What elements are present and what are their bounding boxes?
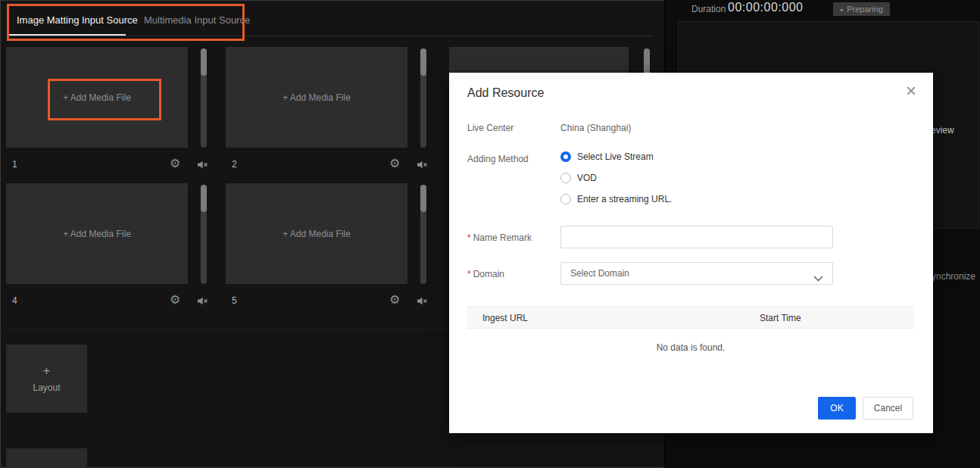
- domain-label-text: Domain: [473, 269, 504, 279]
- radio-selected-icon[interactable]: [560, 151, 571, 162]
- layout-label: Layout: [33, 382, 60, 393]
- volume-slider-thumb[interactable]: [201, 185, 207, 212]
- slot-toolbar: 1 ⚙: [6, 154, 212, 176]
- plus-icon: +: [43, 364, 50, 378]
- name-remark-label-text: Name Remark: [473, 232, 532, 243]
- gear-icon[interactable]: ⚙: [389, 156, 400, 170]
- tab-multimedia-input-source[interactable]: Multimedia Input Source: [135, 5, 259, 36]
- live-center-label: Live Center: [467, 123, 513, 133]
- gear-icon[interactable]: ⚙: [170, 156, 180, 170]
- volume-slider[interactable]: [418, 48, 429, 148]
- name-remark-label: *Name Remark: [467, 232, 532, 243]
- volume-slider[interactable]: [198, 48, 209, 148]
- radio-streaming-url[interactable]: Enter a streaming URL.: [560, 194, 672, 204]
- radio-label: Enter a streaming URL.: [577, 194, 672, 204]
- volume-slider-thumb[interactable]: [644, 48, 650, 76]
- domain-select[interactable]: Select Domain: [560, 262, 833, 285]
- slot-toolbar: 2 ⚙: [226, 154, 432, 176]
- required-asterisk: *: [467, 232, 471, 243]
- add-media-file-label: + Add Media File: [63, 229, 131, 239]
- volume-slider[interactable]: [418, 185, 429, 284]
- console-screen: Image Matting Input Source Multimedia In…: [0, 0, 980, 468]
- slot-toolbar: 4 ⚙: [6, 290, 212, 313]
- name-remark-input[interactable]: [560, 226, 833, 248]
- live-center-value: China (Shanghai): [560, 123, 631, 133]
- layout-thumbnail-partial[interactable]: [6, 448, 87, 468]
- status-text: Preparing: [847, 5, 883, 14]
- add-media-file-label: + Add Media File: [63, 92, 131, 103]
- slot-number: 4: [12, 295, 17, 306]
- volume-slider-thumb[interactable]: [201, 48, 207, 76]
- add-media-file-button[interactable]: + Add Media File: [6, 183, 188, 284]
- radio-label: VOD: [577, 173, 597, 183]
- adding-method-label: Adding Method: [467, 154, 529, 164]
- table-empty-message: No data is found.: [467, 342, 914, 353]
- slot-number: 2: [232, 159, 237, 170]
- radio-vod[interactable]: VOD: [560, 173, 597, 183]
- tab-image-matting-input-source[interactable]: Image Matting Input Source: [8, 5, 147, 36]
- domain-label: *Domain: [467, 269, 504, 279]
- column-start-time: Start Time: [760, 313, 801, 323]
- close-icon[interactable]: ×: [906, 82, 916, 100]
- domain-select-placeholder: Select Domain: [570, 268, 629, 279]
- volume-slider-thumb[interactable]: [420, 48, 426, 76]
- duration-value: 00:00:00:000: [728, 1, 803, 14]
- column-ingest-url: Ingest URL: [482, 313, 528, 323]
- chevron-down-icon: [813, 271, 823, 285]
- add-media-file-label: + Add Media File: [282, 229, 351, 239]
- tab-label: Multimedia Input Source: [144, 14, 250, 26]
- slot-number: 1: [12, 159, 17, 170]
- media-slot-2: + Add Media File 2 ⚙: [226, 47, 432, 183]
- volume-slider[interactable]: [198, 185, 209, 284]
- add-media-file-button[interactable]: + Add Media File: [226, 183, 407, 284]
- add-media-file-button[interactable]: + Add Media File: [226, 47, 407, 148]
- stream-table-header: Ingest URL Start Time: [467, 306, 914, 329]
- media-slot-1: + Add Media File 1 ⚙: [6, 47, 212, 183]
- duration-label: Duration: [691, 4, 726, 14]
- media-slot-5: + Add Media File 5 ⚙: [226, 183, 432, 320]
- radio-unselected-icon[interactable]: [560, 194, 571, 204]
- required-asterisk: *: [467, 269, 471, 279]
- mute-icon[interactable]: [417, 295, 428, 309]
- add-layout-button[interactable]: + Layout: [6, 345, 87, 413]
- mute-icon[interactable]: [197, 295, 208, 309]
- status-dot-icon: ●: [840, 7, 843, 12]
- add-media-file-label: + Add Media File: [282, 92, 351, 103]
- radio-select-live-stream[interactable]: Select Live Stream: [560, 151, 654, 162]
- add-resource-dialog: Add Resource × Live Center China (Shangh…: [449, 73, 933, 433]
- add-media-file-button[interactable]: + Add Media File: [6, 47, 188, 148]
- radio-unselected-icon[interactable]: [560, 173, 571, 183]
- gear-icon[interactable]: ⚙: [170, 292, 180, 307]
- stream-table: Ingest URL Start Time: [467, 306, 914, 329]
- tab-label: Image Matting Input Source: [17, 14, 138, 26]
- ok-button[interactable]: OK: [818, 397, 856, 420]
- gear-icon[interactable]: ⚙: [389, 292, 400, 307]
- slot-toolbar: 5 ⚙: [226, 290, 432, 313]
- media-slot-4: + Add Media File 4 ⚙: [6, 183, 212, 320]
- cancel-button[interactable]: Cancel: [863, 397, 913, 420]
- mute-icon[interactable]: [197, 159, 208, 173]
- tabs-divider: [6, 36, 653, 36]
- radio-label: Select Live Stream: [577, 151, 654, 162]
- status-badge: ● Preparing: [833, 2, 890, 16]
- dialog-title: Add Resource: [467, 86, 544, 100]
- volume-slider-thumb[interactable]: [420, 185, 426, 212]
- mute-icon[interactable]: [417, 159, 428, 173]
- slot-number: 5: [232, 295, 237, 306]
